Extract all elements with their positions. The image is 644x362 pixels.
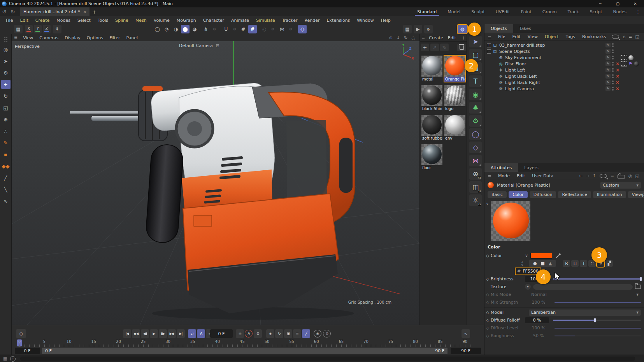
visibility-dots-icon[interactable] bbox=[612, 80, 614, 85]
rgb-mode-button[interactable]: R bbox=[563, 260, 570, 267]
light-object[interactable]: ☼ST bbox=[469, 194, 482, 206]
edit-toggle-icon[interactable]: ✎ bbox=[605, 68, 611, 72]
object-burger-icon[interactable]: ≡ bbox=[484, 34, 495, 40]
render-settings-button[interactable]: ⚙ bbox=[424, 25, 433, 33]
edit-toggle-icon[interactable]: ✎ bbox=[605, 55, 611, 60]
layout-more-icon[interactable]: ⋮ bbox=[632, 9, 644, 14]
tree-row[interactable]: ☼Light Back Left✎× bbox=[484, 73, 644, 79]
preview-collapse-icon[interactable]: ∨ bbox=[486, 201, 491, 241]
live-selection-tool[interactable]: ◎ bbox=[1, 45, 11, 54]
picker-spectrum-icon[interactable]: ▲ bbox=[547, 261, 554, 266]
menu-edit[interactable]: Edit bbox=[16, 18, 32, 23]
quantize-snap-icon[interactable]: # bbox=[248, 25, 257, 33]
symmetry-object[interactable]: ⋈ bbox=[469, 155, 482, 166]
object-menu-edit[interactable]: Edit bbox=[509, 34, 524, 39]
layout-tab-track[interactable]: Track bbox=[562, 7, 584, 16]
motext-object[interactable]: T bbox=[469, 75, 482, 87]
symmetry-tool-icon[interactable]: ⋈ bbox=[278, 25, 286, 33]
prev-frame-button[interactable]: ◀▮ bbox=[141, 329, 149, 338]
viewport-burger-icon[interactable]: ≡ bbox=[12, 34, 20, 42]
field-object[interactable]: ◉ bbox=[469, 89, 482, 100]
render-picture-viewer-button[interactable]: ▶ bbox=[414, 25, 422, 33]
channel-tab-reflectance[interactable]: Reflectance bbox=[558, 191, 591, 198]
sky-object[interactable]: ⊕ST bbox=[469, 168, 482, 180]
layout-tab-groom[interactable]: Groom bbox=[537, 7, 562, 16]
channel-tab-color[interactable]: Color bbox=[509, 191, 528, 198]
menu-select[interactable]: Select bbox=[74, 18, 94, 23]
undo-icon[interactable]: ↺ bbox=[0, 9, 9, 15]
menu-modes[interactable]: Modes bbox=[53, 18, 74, 23]
key-selection-toggle[interactable]: ╱ bbox=[302, 329, 310, 338]
cursor-tool[interactable]: ➤ bbox=[1, 56, 11, 66]
goto-start-button[interactable]: |◀ bbox=[123, 329, 131, 338]
tweak-tool[interactable]: ➤ bbox=[469, 36, 482, 47]
layout-tab-model[interactable]: Model bbox=[442, 7, 466, 16]
attribute-popout-icon[interactable]: ◱ bbox=[634, 173, 641, 178]
attribute-filter-icon[interactable]: ≡ bbox=[609, 173, 616, 178]
modeling-mode-icon[interactable]: ◎ bbox=[298, 25, 307, 33]
menu-tracker[interactable]: Tracker bbox=[279, 18, 301, 23]
visibility-dots-icon[interactable] bbox=[612, 43, 614, 47]
material-preview[interactable] bbox=[491, 201, 530, 241]
keyframe-diamond-icon[interactable]: ◇ bbox=[484, 254, 491, 258]
edit-toggle-icon[interactable]: ✎ bbox=[605, 86, 611, 91]
object-filter-icon[interactable]: ≡ bbox=[627, 34, 633, 39]
shading-mode-icon-0[interactable]: ◯ bbox=[153, 25, 161, 33]
menu-simulate[interactable]: Simulate bbox=[253, 18, 279, 23]
menu-mograph[interactable]: MoGraph bbox=[173, 18, 200, 23]
parent-up-icon[interactable]: ↑ bbox=[591, 173, 598, 178]
material-menu-overflow-icon[interactable]: ⟩ bbox=[463, 35, 467, 40]
axis-lock-x[interactable]: X bbox=[25, 25, 33, 33]
redo-icon[interactable]: ↻ bbox=[9, 9, 17, 15]
goto-end-button[interactable]: ▶| bbox=[177, 329, 185, 338]
layout-tab-script[interactable]: Script bbox=[584, 7, 608, 16]
object-menu-tags[interactable]: Tags bbox=[562, 34, 579, 39]
texture-browse-icon[interactable] bbox=[635, 285, 641, 289]
status-grid-icon[interactable]: ▦ bbox=[3, 356, 7, 361]
object-search-icon[interactable] bbox=[612, 35, 619, 39]
viewport-menu-view[interactable]: View bbox=[20, 35, 36, 40]
edit-toggle-icon[interactable]: ✎ bbox=[605, 43, 611, 47]
pose-tool-icon[interactable]: ⋔ bbox=[202, 25, 210, 33]
layout-tab-standard[interactable]: Standard bbox=[412, 7, 442, 16]
range-end-field[interactable]: 90 F bbox=[451, 348, 481, 354]
viewport-download-icon[interactable]: ↓ bbox=[395, 35, 402, 40]
temperature-mode-button[interactable]: T bbox=[580, 260, 587, 267]
delete-x-icon[interactable]: × bbox=[615, 67, 620, 73]
autokey-button[interactable]: A bbox=[245, 330, 253, 338]
delete-x-icon[interactable]: × bbox=[615, 61, 620, 66]
delete-x-icon[interactable]: × bbox=[615, 86, 620, 91]
keying-settings-button[interactable]: ⚙ bbox=[254, 329, 262, 338]
object-menu-file[interactable]: File bbox=[495, 34, 509, 39]
brush-tool[interactable]: ╱ bbox=[1, 173, 11, 182]
blacksphere-tag-icon[interactable] bbox=[634, 61, 639, 66]
tree-row[interactable]: ☼Light Camera✎× bbox=[484, 86, 644, 92]
tree-row[interactable]: +⊡03_hammer drill.step✎× bbox=[484, 42, 644, 48]
new-tab-button[interactable]: + bbox=[89, 9, 99, 15]
tab-layers[interactable]: Layers bbox=[518, 163, 544, 172]
animate-keys-toggle[interactable]: A bbox=[197, 329, 205, 338]
delete-x-icon[interactable]: × bbox=[615, 80, 620, 85]
close-button[interactable]: ✕ bbox=[626, 0, 644, 7]
magnet-tool-icon[interactable]: U bbox=[222, 25, 230, 33]
channel-tab-illumination[interactable]: Illumination bbox=[593, 191, 626, 198]
material-menu-create[interactable]: Create bbox=[426, 35, 446, 40]
channel-tab-viewport[interactable]: Viewport bbox=[628, 191, 644, 198]
material-menu-edit[interactable]: Edit bbox=[446, 35, 458, 40]
visibility-dots-icon[interactable] bbox=[612, 61, 614, 66]
menu-help[interactable]: Help bbox=[377, 18, 394, 23]
channel-tab-basic[interactable]: Basic bbox=[488, 191, 507, 198]
cloner-object[interactable]: ♣ bbox=[469, 102, 482, 114]
material-rubber[interactable]: soft rubber bbox=[421, 115, 442, 141]
layout-tab-sculpt[interactable]: Sculpt bbox=[466, 7, 490, 16]
hsv-mode-button[interactable]: H bbox=[571, 260, 579, 267]
material-manager-toggle[interactable]: ◍ bbox=[458, 25, 467, 33]
swatches-mode-button[interactable]: ▞ bbox=[605, 260, 613, 267]
material-blackshiny[interactable]: black Shiny bbox=[421, 85, 442, 111]
shading-mode-icon-4[interactable]: ◕ bbox=[190, 25, 199, 33]
tab-objects[interactable]: Objects bbox=[484, 24, 513, 33]
edit-toggle-icon[interactable]: ✎ bbox=[605, 74, 611, 79]
diffuse-falloff-slider[interactable] bbox=[553, 317, 641, 323]
object-popout-icon[interactable]: ◱ bbox=[634, 34, 641, 39]
knife-tool[interactable]: ╲ bbox=[1, 185, 11, 194]
